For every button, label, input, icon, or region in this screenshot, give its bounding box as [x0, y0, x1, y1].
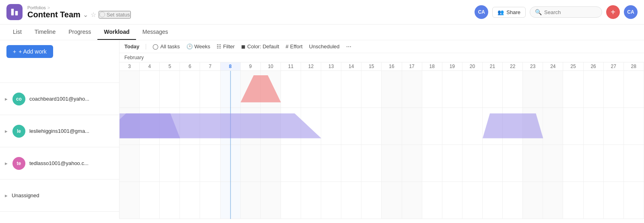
gantt-col-r0-d10	[261, 71, 281, 107]
gantt-col-r1-d17	[402, 108, 422, 145]
day-header-20: 20	[462, 62, 483, 70]
gantt-col-r2-d26	[584, 145, 604, 182]
weeks-button[interactable]: 🕑 Weeks	[186, 43, 211, 50]
gantt-row-3	[120, 182, 644, 219]
gantt-col-r0-d11	[281, 71, 301, 107]
gantt-col-r3-d18	[422, 182, 442, 219]
tab-timeline[interactable]: Timeline	[28, 25, 62, 40]
gantt-col-r2-d15	[361, 145, 382, 182]
effort-button[interactable]: # Effort	[286, 43, 303, 50]
breadcrumb-sep: >	[47, 5, 50, 10]
gantt-col-r2-d12	[301, 145, 321, 182]
today-button[interactable]: Today	[124, 43, 139, 50]
avatar-right: CA	[624, 5, 638, 19]
gantt-col-r2-d10	[261, 145, 281, 182]
app-icon	[6, 4, 23, 20]
expand-icon-le: ►	[4, 129, 8, 134]
user-name-co: coachbeard1001@yaho...	[29, 96, 89, 102]
gantt-col-r1-d8	[221, 108, 241, 145]
search-input[interactable]	[544, 9, 597, 15]
gantt-col-r2-d16	[382, 145, 402, 182]
unscheduled-button[interactable]: Unscheduled	[309, 43, 340, 50]
gantt-col-r0-d9	[241, 71, 261, 107]
day-header-3: 3	[120, 62, 140, 70]
user-row-le[interactable]: ► le lesliehiggins1001@gma...	[0, 115, 119, 147]
gantt-col-r0-d6	[180, 71, 200, 107]
header-right: CA 👥 Share 🔍 + CA	[475, 5, 638, 19]
share-button[interactable]: 👥 Share	[492, 7, 526, 18]
gantt-col-r1-d20	[462, 108, 483, 145]
expand-icon-un: ►	[4, 193, 8, 198]
day-header-6: 6	[180, 62, 200, 70]
star-icon[interactable]: ☆	[91, 11, 96, 19]
gantt-col-r2-d28	[624, 145, 644, 182]
gantt-col-r0-d8	[221, 71, 241, 107]
search-icon: 🔍	[535, 9, 542, 15]
gantt-col-r2-d5	[160, 145, 180, 182]
gantt-col-r1-d4	[140, 108, 160, 145]
tab-progress[interactable]: Progress	[62, 25, 97, 40]
filter-button[interactable]: ☷ Filter	[217, 43, 235, 50]
user-avatar-te: te	[12, 157, 25, 170]
avatar-ca: CA	[475, 5, 488, 19]
day-header-18: 18	[422, 62, 442, 70]
gantt-col-r2-d3	[120, 145, 140, 182]
gantt-col-r1-d11	[281, 108, 301, 145]
tab-list[interactable]: List	[6, 25, 28, 40]
gantt-col-r3-d17	[402, 182, 422, 219]
gantt-col-r0-d13	[321, 71, 341, 107]
chevron-down-icon[interactable]: ⌄	[83, 11, 88, 19]
gantt-col-r2-d14	[341, 145, 361, 182]
gantt-col-r3-d4	[140, 182, 160, 219]
header-spacer	[0, 63, 119, 83]
gantt-col-r0-d16	[382, 71, 402, 107]
search-box[interactable]: 🔍	[530, 6, 602, 18]
breadcrumb-area: Portfolios > Content Team ⌄ ☆ Set status	[27, 5, 131, 19]
day-header-28: 28	[624, 62, 644, 70]
color-button[interactable]: ◼ Color: Default	[241, 43, 279, 50]
gantt-col-r3-d15	[361, 182, 382, 219]
day-header-5: 5	[160, 62, 180, 70]
user-row-te[interactable]: ► te tedlasso1001@yahoo.c...	[0, 147, 119, 180]
all-tasks-button[interactable]: ◯ All tasks	[153, 43, 180, 50]
gantt-col-r3-d5	[160, 182, 180, 219]
gantt-body	[120, 71, 644, 219]
tab-messages[interactable]: Messages	[136, 25, 175, 40]
gantt-col-r0-d18	[422, 71, 442, 107]
left-panel: + + Add work ► co coachbeard1001@yaho...…	[0, 40, 120, 219]
more-button[interactable]: ⋯	[346, 43, 351, 50]
day-header-16: 16	[382, 62, 402, 70]
gantt-col-r3-d11	[281, 182, 301, 219]
nav-tabs: List Timeline Progress Workload Messages	[0, 25, 644, 40]
gantt-col-r2-d23	[523, 145, 543, 182]
gantt-col-r2-d7	[200, 145, 220, 182]
gantt-col-r2-d27	[604, 145, 624, 182]
gantt-col-r3-d23	[523, 182, 543, 219]
status-circle-icon	[99, 12, 105, 17]
gantt-col-r1-d21	[483, 108, 503, 145]
add-work-button[interactable]: + + Add work	[6, 45, 53, 58]
gantt-col-r3-d10	[261, 182, 281, 219]
gantt-col-r3-d20	[462, 182, 483, 219]
user-row-co[interactable]: ► co coachbeard1001@yaho...	[0, 83, 119, 115]
gantt-col-r1-d19	[442, 108, 462, 145]
gantt-col-r1-d26	[584, 108, 604, 145]
day-header-23: 23	[523, 62, 543, 70]
day-header-8: 8	[221, 62, 241, 70]
gantt-col-r3-d14	[341, 182, 361, 219]
gantt-col-r3-d21	[483, 182, 503, 219]
tab-workload[interactable]: Workload	[97, 25, 136, 40]
gantt-col-r0-d5	[160, 71, 180, 107]
breadcrumb-text[interactable]: Portfolios	[27, 5, 46, 10]
breadcrumb: Portfolios >	[27, 5, 131, 10]
set-status-button[interactable]: Set status	[99, 11, 131, 19]
day-header-10: 10	[261, 62, 281, 70]
gantt-col-r2-d20	[462, 145, 483, 182]
gantt-col-r1-d5	[160, 108, 180, 145]
gantt-col-r2-d22	[503, 145, 523, 182]
gantt-col-r1-d22	[503, 108, 523, 145]
add-button[interactable]: +	[606, 5, 620, 19]
gantt-col-r3-d3	[120, 182, 140, 219]
expand-icon: ►	[4, 97, 8, 101]
unassigned-row[interactable]: ► Unassigned	[0, 180, 119, 212]
